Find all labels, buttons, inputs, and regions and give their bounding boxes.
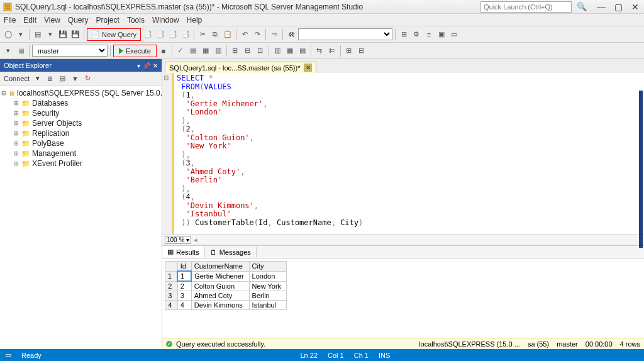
- zoom-select[interactable]: 100 % ▾: [165, 236, 191, 244]
- table-row[interactable]: 11Gertie MichenerLondon: [165, 271, 287, 281]
- cut-icon[interactable]: ✂: [197, 29, 208, 40]
- tree-node[interactable]: ⊞📁Databases: [1, 98, 160, 108]
- cell[interactable]: London: [249, 271, 286, 281]
- oe-dropdown-icon[interactable]: ▾: [137, 62, 140, 69]
- q-icon-2[interactable]: ⊟: [242, 45, 253, 57]
- cell[interactable]: New York: [249, 281, 286, 291]
- quick-launch-input[interactable]: [480, 1, 572, 13]
- tb-icon-4[interactable]: 📑: [180, 29, 191, 40]
- toggle-icon[interactable]: ⊟: [1, 90, 6, 96]
- menu-help[interactable]: Help: [187, 16, 203, 25]
- oe-tb-2[interactable]: ▤: [59, 74, 65, 82]
- undo-icon[interactable]: ↶: [239, 29, 250, 40]
- q-icon-3[interactable]: ⊡: [255, 45, 266, 57]
- menu-edit[interactable]: Edit: [23, 16, 36, 25]
- cell[interactable]: Ahmed Coty: [191, 291, 249, 301]
- ext-icon-2[interactable]: ⚙: [411, 29, 422, 40]
- tree-node[interactable]: ⊞📁XEvent Profiler: [1, 158, 160, 169]
- connect-button[interactable]: Connect: [4, 75, 30, 82]
- maximize-button[interactable]: ▢: [612, 2, 625, 12]
- pin-icon[interactable]: 📌: [143, 62, 150, 69]
- oe-tb-4[interactable]: ↻: [85, 74, 91, 82]
- tb-icon-1[interactable]: 📑: [142, 29, 153, 40]
- q-icon-8[interactable]: ⇇: [326, 45, 338, 57]
- table-row[interactable]: 44Devin KimmonsIstanbul: [165, 301, 287, 310]
- ext-icon-4[interactable]: ▣: [436, 29, 447, 40]
- save-icon[interactable]: 💾: [57, 29, 69, 40]
- menu-query[interactable]: Query: [68, 16, 89, 25]
- toggle-icon[interactable]: ⊞: [13, 110, 19, 116]
- connection-icon[interactable]: ▤: [32, 29, 43, 40]
- q-icon-4[interactable]: ▥: [272, 45, 283, 57]
- toggle-icon[interactable]: ⊞: [13, 130, 19, 136]
- tree-node[interactable]: ⊞📁Replication: [1, 128, 160, 138]
- q-icon-7[interactable]: ⇆: [314, 45, 325, 57]
- q-icon-9[interactable]: ⊞: [343, 45, 355, 57]
- search-icon[interactable]: 🔍: [577, 2, 587, 11]
- solution-combo[interactable]: [298, 28, 392, 40]
- cell[interactable]: Devin Kimmons: [191, 301, 249, 310]
- oe-tb-1[interactable]: 🖥: [46, 75, 53, 82]
- document-tab[interactable]: SQLQuery1.sql - loc...SS.master (sa (55)…: [165, 62, 316, 73]
- q-icon-5[interactable]: ▦: [284, 45, 296, 57]
- table-row[interactable]: 22Colton GuionNew York: [165, 281, 287, 291]
- forward-icon[interactable]: ▾: [15, 29, 26, 40]
- plan-icon[interactable]: ▦: [200, 45, 211, 57]
- minimize-button[interactable]: —: [594, 2, 608, 12]
- code-editor[interactable]: SELECT * FROM(VALUES (1, 'Gertie Michene…: [162, 73, 644, 234]
- results-grid[interactable]: IdCustomerNameCity 11Gertie MichenerLond…: [162, 258, 644, 338]
- tree-server[interactable]: ⊟ 🖥 localhost\SQLEXPRESS (SQL Server 15.…: [1, 88, 160, 98]
- q-icon-1[interactable]: ⊞: [230, 45, 241, 57]
- ext-icon-5[interactable]: ▭: [448, 29, 460, 40]
- fold-gutter[interactable]: [162, 73, 172, 234]
- server-icon-2[interactable]: 🖥: [15, 45, 26, 57]
- results-table[interactable]: IdCustomerNameCity 11Gertie MichenerLond…: [165, 261, 287, 310]
- oe-close-icon[interactable]: ✕: [153, 62, 158, 69]
- copy-icon[interactable]: ⧉: [209, 29, 221, 40]
- menu-tools[interactable]: Tools: [127, 16, 145, 25]
- drop-icon[interactable]: ▾: [45, 29, 56, 40]
- column-header[interactable]: CustomerName: [191, 262, 249, 272]
- toggle-icon[interactable]: ⊞: [13, 160, 19, 167]
- ext-icon-3[interactable]: ≡: [423, 29, 435, 40]
- table-row[interactable]: 33Ahmed CotyBerlin: [165, 291, 287, 301]
- object-explorer-tree[interactable]: ⊟ 🖥 localhost\SQLEXPRESS (SQL Server 15.…: [0, 86, 162, 349]
- toggle-icon[interactable]: ⊞: [13, 140, 19, 147]
- tb-icon-2[interactable]: 📑: [155, 29, 166, 40]
- sql-code[interactable]: SELECT * FROM(VALUES (1, 'Gertie Michene…: [172, 73, 644, 234]
- cell[interactable]: Colton Guion: [191, 281, 249, 291]
- column-header[interactable]: City: [249, 262, 286, 272]
- menu-view[interactable]: View: [44, 16, 60, 25]
- menu-project[interactable]: Project: [96, 16, 119, 25]
- scrollbar-handle[interactable]: [639, 91, 643, 248]
- left-scroll-icon[interactable]: ◂: [194, 236, 197, 244]
- cell[interactable]: 1: [177, 271, 191, 281]
- menu-window[interactable]: Window: [152, 16, 179, 25]
- stop-icon[interactable]: ■: [158, 45, 169, 57]
- close-button[interactable]: ✕: [629, 2, 641, 12]
- q-icon-6[interactable]: ▤: [297, 45, 308, 57]
- tree-node[interactable]: ⊞📁Security: [1, 108, 160, 118]
- back-icon[interactable]: ◯: [3, 29, 14, 40]
- cell[interactable]: Berlin: [249, 291, 286, 301]
- drop-icon-2[interactable]: ▾: [3, 45, 14, 57]
- messages-tab[interactable]: 🗒 Messages: [205, 247, 257, 257]
- results-tab[interactable]: ▦ Results: [162, 247, 205, 257]
- tree-node[interactable]: ⊞📁PolyBase: [1, 138, 160, 148]
- execute-button[interactable]: Execute: [113, 45, 157, 57]
- database-select[interactable]: master: [32, 45, 108, 57]
- build-icon[interactable]: 🛠: [286, 29, 297, 40]
- toggle-icon[interactable]: ⊞: [13, 120, 19, 126]
- tree-node[interactable]: ⊞📁Management: [1, 148, 160, 158]
- column-header[interactable]: Id: [177, 262, 191, 272]
- ext-icon-1[interactable]: ⊞: [398, 29, 409, 40]
- tree-node[interactable]: ⊞📁Server Objects: [1, 118, 160, 128]
- connect-drop-icon[interactable]: ▾: [36, 74, 40, 82]
- cell[interactable]: 4: [177, 301, 191, 310]
- toggle-icon[interactable]: ⊞: [13, 100, 19, 106]
- cell[interactable]: 3: [177, 291, 191, 301]
- toggle-icon[interactable]: ⊞: [13, 150, 19, 157]
- oe-tb-3[interactable]: ▼: [72, 75, 79, 82]
- paste-icon[interactable]: 📋: [222, 29, 233, 40]
- tb-icon-3[interactable]: 📑: [167, 29, 179, 40]
